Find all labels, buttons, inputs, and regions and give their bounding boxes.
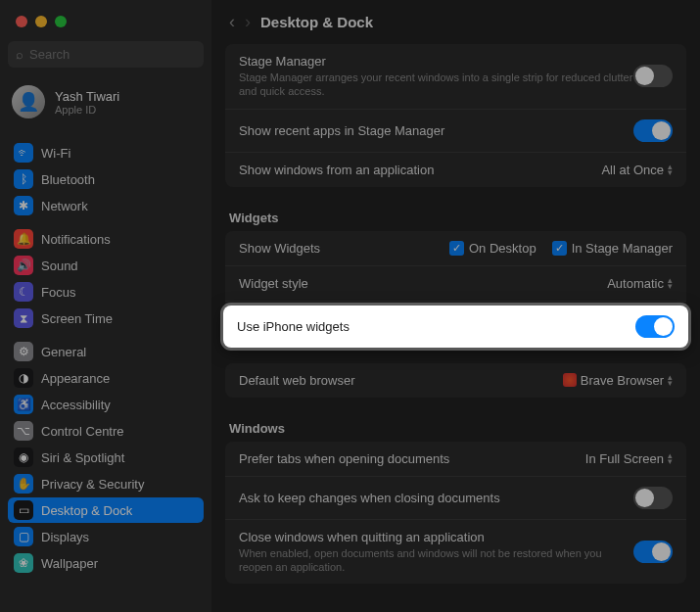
- stage-manager-desc: Stage Manager arranges your recent windo…: [239, 71, 633, 99]
- sidebar-item-label: Network: [41, 199, 88, 213]
- on-desktop-label: On Desktop: [469, 241, 537, 256]
- sidebar-item-label: Notifications: [41, 232, 111, 247]
- account-sub: Apple ID: [55, 104, 119, 116]
- siri-spotlight-icon: ◉: [14, 447, 33, 467]
- stage-manager-section: Stage Manager Stage Manager arranges you…: [225, 44, 686, 187]
- sidebar-item-label: Bluetooth: [41, 172, 95, 187]
- widget-style-label: Widget style: [239, 276, 308, 291]
- show-windows-dropdown[interactable]: All at Once ▴▾: [601, 163, 673, 177]
- back-button[interactable]: ‹: [229, 12, 235, 32]
- in-stage-manager-checkbox[interactable]: ✓ In Stage Manager: [552, 241, 673, 256]
- search-icon: ⌕: [16, 47, 23, 62]
- minimize-window-button[interactable]: [35, 16, 47, 27]
- recent-apps-label: Show recent apps in Stage Manager: [239, 123, 444, 138]
- show-widgets-label: Show Widgets: [239, 241, 320, 256]
- sidebar-item-label: Wi-Fi: [41, 146, 70, 161]
- show-windows-label: Show windows from an application: [239, 163, 434, 177]
- account-name: Yash Tiwari: [55, 89, 119, 104]
- avatar: 👤: [12, 85, 45, 118]
- sidebar-item-appearance[interactable]: ◑Appearance: [8, 365, 204, 391]
- appearance-icon: ◑: [14, 368, 33, 388]
- stage-manager-label: Stage Manager: [239, 54, 633, 69]
- in-stage-manager-label: In Stage Manager: [572, 241, 673, 256]
- search-input[interactable]: [29, 47, 196, 62]
- sidebar-item-control-centre[interactable]: ⌥Control Centre: [8, 418, 204, 444]
- ask-keep-row: Ask to keep changes when closing documen…: [225, 477, 686, 520]
- close-quit-toggle[interactable]: [633, 541, 673, 563]
- recent-apps-row: Show recent apps in Stage Manager: [225, 110, 686, 153]
- desktop-dock-icon: ▭: [14, 500, 33, 520]
- show-windows-value: All at Once: [601, 163, 664, 177]
- sidebar-item-screen-time[interactable]: ⧗Screen Time: [8, 306, 204, 331]
- prefer-tabs-row: Prefer tabs when opening documents In Fu…: [225, 442, 686, 477]
- widget-style-dropdown[interactable]: Automatic ▴▾: [607, 276, 673, 291]
- sidebar-item-focus[interactable]: ☾Focus: [8, 279, 204, 305]
- stage-manager-toggle[interactable]: [633, 65, 673, 87]
- sidebar-item-general[interactable]: ⚙General: [8, 339, 204, 364]
- sidebar-item-privacy-security[interactable]: ✋Privacy & Security: [8, 471, 204, 496]
- sidebar-item-accessibility[interactable]: ♿Accessibility: [8, 392, 204, 417]
- sidebar-item-label: Wallpaper: [41, 556, 98, 571]
- close-window-button[interactable]: [16, 16, 27, 27]
- sound-icon: 🔊: [14, 256, 33, 275]
- page-title: Desktop & Dock: [260, 14, 373, 30]
- on-desktop-checkbox[interactable]: ✓ On Desktop: [449, 241, 537, 256]
- ask-keep-toggle[interactable]: [633, 487, 673, 509]
- forward-button[interactable]: ›: [245, 12, 251, 32]
- recent-apps-toggle[interactable]: [633, 119, 673, 142]
- sidebar-item-sound[interactable]: 🔊Sound: [8, 253, 204, 278]
- ask-keep-label: Ask to keep changes when closing documen…: [239, 491, 500, 505]
- use-iphone-widgets-toggle[interactable]: [635, 315, 675, 338]
- sidebar-item-displays[interactable]: ▢Displays: [8, 524, 204, 549]
- browser-section: Default web browser Brave Browser ▴▾: [225, 363, 686, 398]
- bluetooth-icon: ᛒ: [14, 169, 33, 189]
- chevron-updown-icon: ▴▾: [668, 277, 673, 289]
- prefer-tabs-value: In Full Screen: [585, 451, 664, 466]
- account-row[interactable]: 👤 Yash Tiwari Apple ID: [8, 81, 204, 132]
- sidebar-item-siri-spotlight[interactable]: ◉Siri & Spotlight: [8, 445, 204, 470]
- windows-section: Prefer tabs when opening documents In Fu…: [225, 442, 686, 585]
- brave-icon: [563, 373, 577, 387]
- focus-icon: ☾: [14, 282, 33, 302]
- sidebar-item-wallpaper[interactable]: ❀Wallpaper: [8, 550, 204, 576]
- default-browser-dropdown[interactable]: Brave Browser ▴▾: [563, 373, 673, 388]
- main-panel: ‹ › Desktop & Dock Stage Manager Stage M…: [211, 0, 700, 612]
- close-quit-label: Close windows when quitting an applicati…: [239, 530, 633, 544]
- prefer-tabs-dropdown[interactable]: In Full Screen ▴▾: [585, 451, 673, 466]
- sidebar-item-label: Focus: [41, 285, 75, 300]
- sidebar-item-label: Accessibility: [41, 398, 111, 412]
- show-windows-row: Show windows from an application All at …: [225, 153, 686, 187]
- sidebar: ⌕ 👤 Yash Tiwari Apple ID ᯤWi-FiᛒBluetoot…: [0, 0, 211, 612]
- sidebar-item-wi-fi[interactable]: ᯤWi-Fi: [8, 140, 204, 165]
- use-iphone-widgets-row: Use iPhone widgets: [223, 306, 688, 348]
- search-box[interactable]: ⌕: [8, 41, 204, 68]
- wallpaper-icon: ❀: [14, 553, 33, 573]
- toolbar: ‹ › Desktop & Dock: [211, 0, 700, 44]
- sidebar-item-desktop-dock[interactable]: ▭Desktop & Dock: [8, 497, 204, 523]
- close-quit-desc: When enabled, open documents and windows…: [239, 546, 633, 575]
- show-widgets-row: Show Widgets ✓ On Desktop ✓ In Stage Man…: [225, 231, 686, 266]
- checkbox-icon: ✓: [552, 241, 567, 256]
- sidebar-item-label: Sound: [41, 259, 78, 273]
- sidebar-item-label: Control Centre: [41, 424, 124, 439]
- sidebar-item-label: Privacy & Security: [41, 477, 144, 492]
- privacy-security-icon: ✋: [14, 474, 33, 494]
- sidebar-item-bluetooth[interactable]: ᛒBluetooth: [8, 166, 204, 192]
- stage-manager-row: Stage Manager Stage Manager arranges you…: [225, 44, 686, 110]
- displays-icon: ▢: [14, 527, 33, 546]
- sidebar-item-network[interactable]: ✱Network: [8, 193, 204, 218]
- fullscreen-window-button[interactable]: [55, 16, 67, 27]
- chevron-updown-icon: ▴▾: [668, 164, 673, 175]
- widget-style-row: Widget style Automatic ▴▾: [225, 266, 686, 302]
- wi-fi-icon: ᯤ: [14, 143, 33, 163]
- sidebar-item-label: Screen Time: [41, 311, 113, 326]
- widget-style-value: Automatic: [607, 276, 664, 291]
- network-icon: ✱: [14, 196, 33, 215]
- notifications-icon: 🔔: [14, 229, 33, 249]
- general-icon: ⚙: [14, 342, 33, 361]
- sidebar-item-label: Appearance: [41, 371, 110, 386]
- control-centre-icon: ⌥: [14, 421, 33, 441]
- sidebar-item-notifications[interactable]: 🔔Notifications: [8, 226, 204, 252]
- sidebar-item-label: Displays: [41, 530, 89, 544]
- windows-heading: Windows: [225, 413, 686, 442]
